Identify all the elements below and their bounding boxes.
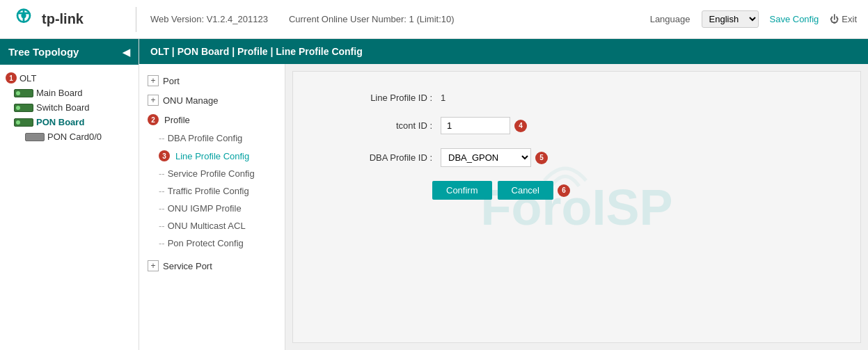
onu-multicast-dash: -- (159, 221, 165, 231)
online-user-label: Current Online User Number: 1 (Limit:10) (289, 14, 455, 24)
service-profile-label: Service Profile Config (168, 168, 255, 179)
profile-badge: 2 (148, 114, 159, 125)
sidebar: Tree Topology ◀ 1 OLT Main Board Switch … (0, 39, 139, 350)
sidebar-title: Tree Topology (8, 46, 79, 58)
form-row-line-profile-id: Line Profile ID : 1 (321, 93, 833, 103)
switch-board-label: Switch Board (36, 102, 90, 113)
nav-item-profile[interactable]: 2 Profile (139, 110, 285, 129)
nav-sub-pon-protect[interactable]: -- Pon Protect Config (139, 234, 285, 252)
main-board-label: Main Board (36, 88, 82, 98)
cancel-button[interactable]: Cancel (498, 181, 553, 200)
header-info: Web Version: V1.2.4_201123 Current Onlin… (136, 14, 650, 24)
main-layout: Tree Topology ◀ 1 OLT Main Board Switch … (0, 39, 868, 350)
power-icon: ⏻ (830, 14, 839, 24)
line-profile-label: Line Profile Config (175, 151, 249, 161)
language-label: Language (650, 14, 691, 24)
tcont-badge: 4 (514, 120, 527, 132)
header-right: Language English Chinese Save Config ⏻ E… (650, 10, 857, 28)
sidebar-item-switch-board[interactable]: Switch Board (0, 100, 139, 115)
confirm-badge: 6 (558, 184, 570, 197)
onu-multicast-label: ONU Multicast ACL (168, 221, 246, 231)
form-panel: ForoISP Line Profile ID : 1 (292, 71, 861, 343)
form-row-tcont-id: tcont ID : 4 (321, 117, 833, 134)
breadcrumb: OLT | PON Board | Profile | Line Profile… (139, 39, 868, 64)
nav-item-service-port[interactable]: + Service Port (139, 256, 285, 276)
pon-protect-dash: -- (159, 238, 165, 248)
nav-sub-service-profile[interactable]: -- Service Profile Config (139, 165, 285, 182)
pon-board-label: PON Board (36, 117, 84, 127)
service-port-label: Service Port (163, 261, 212, 271)
traffic-profile-label: Traffic Profile Config (168, 186, 249, 196)
collapse-arrow-icon[interactable]: ◀ (123, 47, 130, 58)
pon-protect-label: Pon Protect Config (168, 238, 244, 248)
dba-profile-id-select[interactable]: DBA_GPON DBA_XGS DBA_10G (441, 148, 531, 167)
form-row-buttons: Confirm Cancel 6 (432, 181, 833, 200)
sidebar-header: Tree Topology ◀ (0, 39, 139, 65)
confirm-button[interactable]: Confirm (432, 181, 492, 200)
nav-sub-onu-multicast[interactable]: -- ONU Multicast ACL (139, 217, 285, 234)
content-panels: + Port + ONU Manage 2 Profile -- DBA Pro… (139, 64, 868, 350)
service-port-expand-icon: + (148, 260, 159, 271)
logo-area: tp-link (11, 7, 136, 32)
nav-sub-line-profile[interactable]: 3 Line Profile Config (139, 147, 285, 165)
dba-badge: 5 (535, 152, 548, 164)
onu-igmp-dash: -- (159, 203, 165, 214)
nav-item-port[interactable]: + Port (139, 71, 285, 90)
main-board-icon (14, 89, 33, 97)
sidebar-item-pon-card[interactable]: PON Card0/0 (0, 129, 139, 144)
port-expand-icon: + (148, 75, 159, 86)
save-config-button[interactable]: Save Config (770, 14, 819, 24)
web-version-label: Web Version: V1.2.4_201123 (150, 14, 268, 24)
pon-board-icon (14, 118, 33, 127)
line-profile-id-value: 1 (441, 93, 445, 103)
service-profile-dash: -- (159, 168, 165, 179)
tp-link-logo-icon (11, 7, 36, 32)
sidebar-item-olt[interactable]: 1 OLT (0, 70, 139, 86)
traffic-profile-dash: -- (159, 186, 165, 196)
pon-card-icon (25, 133, 45, 141)
nav-sub-traffic-profile[interactable]: -- Traffic Profile Config (139, 182, 285, 200)
olt-label: OLT (19, 73, 36, 83)
nav-panel: + Port + ONU Manage 2 Profile -- DBA Pro… (139, 64, 285, 350)
svg-point-3 (21, 13, 26, 18)
line-profile-id-label: Line Profile ID : (321, 93, 432, 103)
form-content: Line Profile ID : 1 tcont ID : 4 DBA Pro… (321, 93, 833, 200)
onu-igmp-label: ONU IGMP Profile (168, 203, 242, 214)
nav-sub-onu-igmp[interactable]: -- ONU IGMP Profile (139, 200, 285, 217)
line-profile-badge: 3 (159, 150, 170, 161)
header: tp-link Web Version: V1.2.4_201123 Curre… (0, 0, 868, 39)
sidebar-item-pon-board[interactable]: PON Board (0, 115, 139, 129)
dba-profile-label: DBA Profile Config (168, 133, 243, 143)
logo-text: tp-link (42, 11, 84, 27)
tcont-id-label: tcont ID : (321, 120, 432, 131)
exit-button[interactable]: ⏻ Exit (830, 14, 857, 24)
dba-dash: -- (159, 133, 165, 143)
sidebar-item-main-board[interactable]: Main Board (0, 86, 139, 100)
nav-item-onu-manage[interactable]: + ONU Manage (139, 90, 285, 110)
profile-label: Profile (164, 115, 190, 125)
pon-card-label: PON Card0/0 (47, 132, 102, 142)
onu-manage-expand-icon: + (148, 95, 159, 106)
sidebar-tree: 1 OLT Main Board Switch Board PON Board (0, 65, 139, 350)
nav-sub-dba-profile[interactable]: -- DBA Profile Config (139, 129, 285, 147)
exit-label: Exit (842, 14, 857, 24)
tcont-id-input[interactable] (441, 117, 510, 134)
content-area: OLT | PON Board | Profile | Line Profile… (139, 39, 868, 350)
language-select[interactable]: English Chinese (702, 10, 759, 28)
step1-badge: 1 (6, 72, 17, 83)
form-row-dba-profile-id: DBA Profile ID : DBA_GPON DBA_XGS DBA_10… (321, 148, 833, 167)
port-label: Port (163, 76, 180, 86)
switch-board-icon (14, 104, 33, 112)
dba-profile-id-label: DBA Profile ID : (321, 152, 432, 163)
onu-manage-label: ONU Manage (163, 95, 218, 106)
